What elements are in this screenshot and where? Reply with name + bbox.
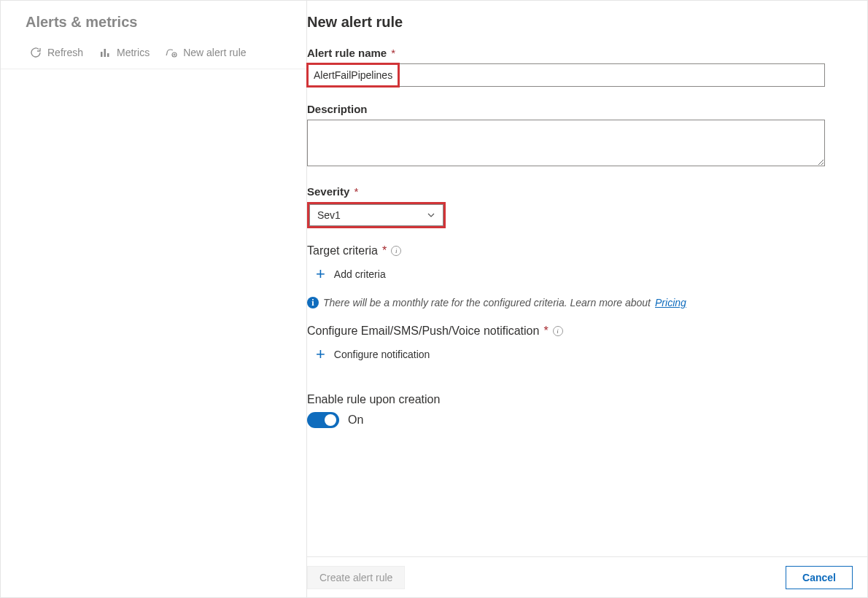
field-notification: Configure Email/SMS/Push/Voice notificat… [307,325,853,367]
plus-icon: + [316,266,325,282]
info-solid-icon: i [307,297,319,308]
svg-rect-2 [107,53,109,57]
info-icon[interactable]: i [553,326,563,336]
pricing-link[interactable]: Pricing [655,297,686,308]
metrics-label: Metrics [117,47,150,58]
svg-rect-0 [101,52,103,57]
plus-icon: + [316,346,325,362]
required-asterisk: * [354,185,358,198]
pricing-info-text: There will be a monthly rate for the con… [323,297,651,308]
configure-notification-button[interactable]: + Configure notification [307,342,853,367]
metrics-button[interactable]: Metrics [99,47,150,58]
app-root: Alerts & metrics Refresh Metrics New ale… [0,0,868,598]
field-target-criteria: Target criteria * i + Add criteria i The… [307,244,853,308]
required-asterisk: * [382,244,387,257]
toggle-state-label: On [348,413,363,427]
alert-name-highlight: AlertFailPipelines [306,63,400,88]
severity-label: Severity * [307,185,853,198]
target-criteria-label: Target criteria * i [307,244,853,257]
refresh-icon [30,47,42,58]
severity-value: Sev1 [317,209,341,221]
field-alert-name: Alert rule name * AlertFailPipelines [307,47,853,87]
severity-highlight: Sev1 [307,202,446,228]
alert-name-input-wrap[interactable]: AlertFailPipelines [307,63,825,87]
form-content: New alert rule Alert rule name * AlertFa… [307,1,867,556]
svg-rect-1 [104,49,106,57]
pricing-info: i There will be a monthly rate for the c… [307,297,853,308]
required-asterisk: * [543,325,548,338]
required-asterisk: * [391,47,395,59]
cancel-button[interactable]: Cancel [786,566,853,589]
field-enable: Enable rule upon creation On [307,393,853,428]
main: New alert rule Alert rule name * AlertFa… [307,1,867,597]
alert-plus-icon [166,47,177,58]
enable-toggle[interactable] [307,412,339,428]
description-input[interactable] [307,120,825,166]
footer: Create alert rule Cancel [307,556,867,597]
page-title: New alert rule [307,14,853,31]
sidebar-title: Alerts & metrics [26,14,306,31]
sidebar: Alerts & metrics Refresh Metrics New ale… [1,1,307,597]
description-label: Description [307,103,853,115]
info-icon[interactable]: i [391,246,401,256]
notification-label: Configure Email/SMS/Push/Voice notificat… [307,325,853,338]
chevron-down-icon [427,211,435,220]
new-alert-rule-button[interactable]: New alert rule [166,47,246,58]
barchart-icon [99,47,111,58]
add-criteria-label: Add criteria [334,268,386,280]
severity-select[interactable]: Sev1 [309,204,443,226]
new-alert-rule-label: New alert rule [183,47,246,58]
field-description: Description [307,103,853,169]
field-severity: Severity * Sev1 [307,185,853,228]
refresh-button[interactable]: Refresh [30,47,83,58]
configure-notification-label: Configure notification [334,349,430,360]
alert-name-label: Alert rule name * [307,47,853,59]
enable-toggle-row: On [307,412,853,428]
sidebar-toolbar: Refresh Metrics New alert rule [1,44,306,69]
toggle-knob [325,414,336,426]
enable-label: Enable rule upon creation [307,393,853,406]
refresh-label: Refresh [47,47,83,58]
create-alert-rule-button: Create alert rule [307,566,405,589]
add-criteria-button[interactable]: + Add criteria [307,262,853,287]
